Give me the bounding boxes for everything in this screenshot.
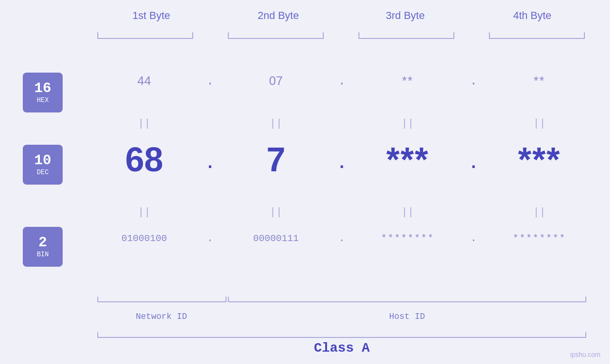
eq-sep3 (464, 118, 483, 130)
bin-dot2: . (332, 233, 351, 244)
eq-sep5 (332, 206, 351, 218)
eq-sep1 (201, 118, 220, 130)
eq-dec-bin-3: || (351, 206, 464, 218)
dec-row: 68 . 7 . *** . *** (88, 140, 596, 179)
bin-dot3: . (464, 233, 483, 244)
main-container: 1st Byte 2nd Byte 3rd Byte 4th Byte 16 H… (0, 0, 610, 364)
hex-row: 44 . 07 . ** . ** (88, 74, 596, 88)
dec-dot1: . (201, 154, 220, 179)
eq-hex-dec-2: || (220, 118, 333, 130)
equals-dec-bin: || || || || (88, 206, 596, 218)
hex-dot3: . (464, 74, 483, 88)
network-id-label: Network ID (97, 312, 225, 321)
dec-base-name: DEC (37, 168, 48, 176)
bracket-byte3 (358, 38, 453, 39)
eq-sep4 (201, 206, 220, 218)
bracket-byte1 (97, 38, 192, 39)
bracket-byte3-right-tick (453, 32, 454, 39)
hex-byte2: 07 (220, 74, 333, 88)
network-id-bracket-right (225, 297, 226, 302)
hex-dot1: . (201, 74, 220, 88)
eq-hex-dec-3: || (351, 118, 464, 130)
equals-hex-dec: || || || || (88, 118, 596, 130)
bin-row: 01000100 . 00000111 . ******** . *******… (88, 233, 596, 244)
bin-base-label: 2 BIN (23, 227, 63, 267)
hex-base-number: 16 (34, 81, 51, 95)
header-byte3: 3rd Byte (342, 9, 469, 22)
class-bracket-right (585, 332, 586, 338)
bracket-byte4-right-tick (584, 32, 585, 39)
eq-dec-bin-4: || (483, 206, 596, 218)
dec-byte1: 68 (88, 140, 201, 179)
bin-base-name: BIN (37, 251, 48, 258)
dec-dot2: . (332, 154, 351, 179)
dec-base-number: 10 (34, 153, 51, 168)
bin-byte4: ******** (483, 233, 596, 244)
header-byte2: 2nd Byte (215, 9, 342, 22)
host-id-label: Host ID (228, 312, 586, 321)
bracket-byte1-left-tick (97, 32, 98, 39)
header-byte4: 4th Byte (469, 9, 596, 22)
bin-byte3: ******** (351, 233, 464, 244)
dec-dot3: . (464, 154, 483, 179)
watermark: ipshu.com (570, 351, 601, 358)
dec-byte2: 7 (220, 140, 333, 179)
hex-dot2: . (332, 74, 351, 88)
bracket-byte2-left-tick (228, 32, 229, 39)
bin-dot1: . (201, 233, 220, 244)
bin-byte2: 00000111 (220, 233, 333, 244)
header-byte1: 1st Byte (88, 9, 215, 22)
network-id-bracket (97, 301, 225, 302)
bracket-byte2 (228, 38, 323, 39)
bracket-byte4 (489, 38, 584, 39)
eq-sep2 (332, 118, 351, 130)
dec-byte4: *** (483, 140, 596, 179)
hex-base-name: HEX (37, 96, 48, 104)
bin-byte1: 01000100 (88, 233, 201, 244)
host-id-bracket-left (228, 297, 229, 302)
bracket-byte4-left-tick (489, 32, 490, 39)
class-label: Class A (97, 341, 586, 355)
class-bracket (97, 337, 586, 338)
bin-base-number: 2 (38, 235, 47, 250)
eq-hex-dec-4: || (483, 118, 596, 130)
hex-base-label: 16 HEX (23, 73, 63, 112)
network-id-bracket-left (97, 297, 98, 302)
hex-byte3: ** (351, 74, 464, 88)
eq-dec-bin-1: || (88, 206, 201, 218)
dec-base-label: 10 DEC (23, 145, 63, 185)
bracket-byte1-right-tick (192, 32, 193, 39)
bracket-byte2-right-tick (323, 32, 324, 39)
eq-sep6 (464, 206, 483, 218)
hex-byte1: 44 (88, 74, 201, 88)
host-id-bracket (228, 301, 586, 302)
bracket-byte3-left-tick (358, 32, 359, 39)
host-id-bracket-right (585, 297, 586, 302)
eq-hex-dec-1: || (88, 118, 201, 130)
headers-row: 1st Byte 2nd Byte 3rd Byte 4th Byte (88, 9, 596, 22)
hex-byte4: ** (483, 74, 596, 88)
eq-dec-bin-2: || (220, 206, 333, 218)
dec-byte3: *** (351, 140, 464, 179)
class-bracket-left (97, 332, 98, 338)
